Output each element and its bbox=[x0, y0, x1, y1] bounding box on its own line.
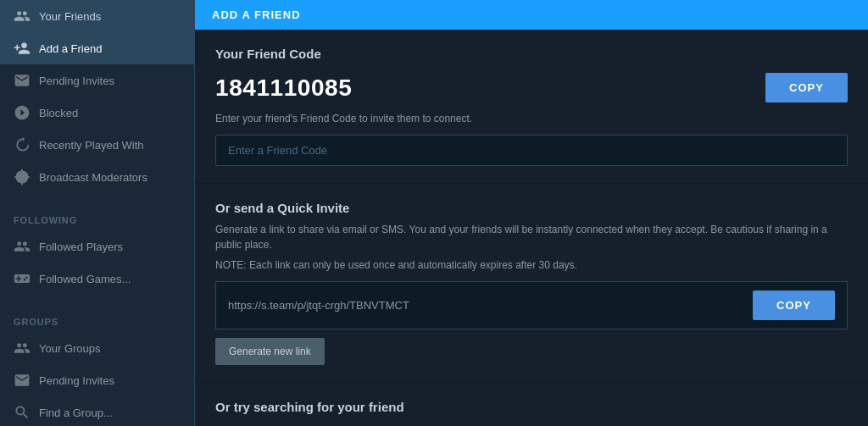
friend-code-section: Your Friend Code 1841110085 COPY Enter y… bbox=[195, 30, 868, 184]
sidebar-item-add-friend[interactable]: Add a Friend bbox=[0, 32, 194, 64]
sidebar-item-label: Broadcast Moderators bbox=[39, 171, 147, 184]
sidebar-item-broadcast-moderators[interactable]: Broadcast Moderators bbox=[0, 161, 194, 193]
sidebar-item-blocked[interactable]: Blocked bbox=[0, 97, 194, 129]
sidebar-item-label: Add a Friend bbox=[39, 42, 102, 55]
sidebar-item-followed-games[interactable]: Followed Games... bbox=[0, 263, 194, 295]
following-section-label: FOLLOWING bbox=[0, 203, 194, 230]
quick-invite-note: NOTE: Each link can only be used once an… bbox=[215, 259, 848, 271]
main-content: ADD A FRIEND Your Friend Code 1841110085… bbox=[195, 0, 868, 426]
sidebar-item-pending-invites-group[interactable]: Pending Invites bbox=[0, 364, 194, 396]
copy-link-button[interactable]: COPY bbox=[753, 290, 835, 320]
groups-icon bbox=[14, 340, 31, 357]
sidebar-item-followed-players[interactable]: Followed Players bbox=[0, 230, 194, 263]
sidebar-item-label: Blocked bbox=[39, 107, 78, 119]
quick-invite-section: Or send a Quick Invite Generate a link t… bbox=[195, 184, 868, 383]
sidebar: Your Friends Add a Friend Pending Invite… bbox=[0, 0, 195, 426]
search-group-icon bbox=[14, 404, 31, 421]
sidebar-item-recently-played[interactable]: Recently Played With bbox=[0, 129, 194, 161]
quick-invite-desc: Generate a link to share via email or SM… bbox=[215, 222, 848, 252]
clock-icon bbox=[14, 136, 31, 153]
friend-code-row: 1841110085 COPY bbox=[215, 73, 848, 102]
groups-section-label: GROUPS bbox=[0, 305, 194, 332]
followed-games-icon bbox=[14, 270, 31, 287]
sidebar-item-your-friends[interactable]: Your Friends bbox=[0, 0, 194, 32]
sidebar-item-label: Followed Players bbox=[39, 241, 123, 253]
sidebar-item-label: Find a Group... bbox=[39, 407, 113, 419]
quick-invite-link-row: https://s.team/p/jtqt-crgh/TBNVTMCT COPY bbox=[215, 281, 848, 329]
blocked-icon bbox=[14, 104, 31, 121]
search-section: Or try searching for your friend bbox=[195, 383, 868, 426]
add-friend-icon bbox=[14, 40, 31, 57]
sidebar-item-pending-invites[interactable]: Pending Invites bbox=[0, 64, 194, 97]
friends-icon bbox=[14, 8, 31, 25]
page-header: ADD A FRIEND bbox=[195, 0, 868, 30]
friend-code-input[interactable] bbox=[215, 135, 848, 166]
sidebar-item-label: Pending Invites bbox=[39, 374, 114, 387]
sidebar-item-label: Pending Invites bbox=[39, 75, 114, 87]
friend-code-hint: Enter your friend's Friend Code to invit… bbox=[215, 113, 848, 124]
broadcast-icon bbox=[14, 169, 31, 185]
mail-group-icon bbox=[14, 372, 31, 389]
generate-link-button[interactable]: Generate new link bbox=[215, 338, 325, 365]
sidebar-item-label: Recently Played With bbox=[39, 139, 144, 152]
sidebar-item-label: Followed Games... bbox=[39, 273, 131, 285]
friend-code-title: Your Friend Code bbox=[215, 47, 848, 61]
sidebar-item-your-groups[interactable]: Your Groups bbox=[0, 332, 194, 364]
quick-invite-link: https://s.team/p/jtqt-crgh/TBNVTMCT bbox=[228, 299, 744, 312]
quick-invite-title: Or send a Quick Invite bbox=[215, 201, 848, 215]
copy-friend-code-button[interactable]: COPY bbox=[765, 73, 848, 102]
content-area: Your Friend Code 1841110085 COPY Enter y… bbox=[195, 30, 868, 426]
followed-players-icon bbox=[14, 238, 31, 255]
mail-icon bbox=[14, 72, 31, 89]
friend-code-value: 1841110085 bbox=[215, 75, 755, 102]
sidebar-item-label: Your Friends bbox=[39, 10, 101, 23]
sidebar-item-label: Your Groups bbox=[39, 342, 101, 355]
sidebar-item-find-group[interactable]: Find a Group... bbox=[0, 396, 194, 426]
search-title: Or try searching for your friend bbox=[215, 400, 848, 414]
